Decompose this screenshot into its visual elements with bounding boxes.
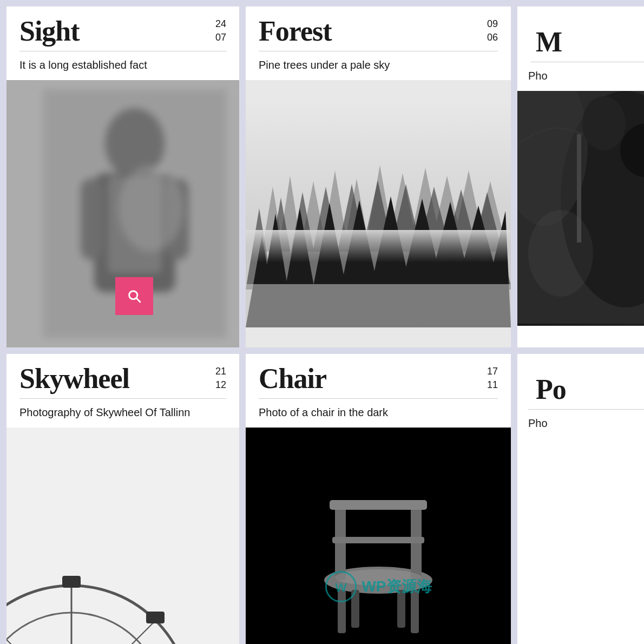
svg-point-48 bbox=[528, 210, 593, 297]
card-partial-top-header: M bbox=[517, 6, 644, 62]
card-partial-bottom-title: Po bbox=[530, 365, 566, 404]
card-partial-bottom-description: Pho bbox=[517, 417, 644, 438]
card-sight-title: Sight bbox=[19, 17, 80, 45]
card-sight-header: Sight 24 07 bbox=[6, 6, 239, 51]
search-button[interactable] bbox=[115, 277, 153, 315]
main-grid: Sight 24 07 It is a long established fac… bbox=[0, 0, 644, 644]
svg-rect-76 bbox=[330, 500, 427, 510]
chair-svg bbox=[246, 428, 511, 644]
svg-rect-49 bbox=[6, 456, 239, 629]
card-skywheel-divider bbox=[19, 398, 226, 399]
card-forest-header: Forest 09 06 bbox=[246, 6, 511, 51]
card-chair: Chair 17 11 Photo of a chair in the dark bbox=[246, 354, 511, 644]
card-chair-image: W WP资源海 bbox=[246, 428, 511, 644]
svg-point-82 bbox=[335, 569, 422, 586]
skywheel-svg bbox=[6, 428, 239, 644]
card-partial-bottom-header: Po bbox=[517, 354, 644, 409]
svg-rect-41 bbox=[246, 284, 511, 327]
card-partial-top-description: Pho bbox=[517, 70, 644, 91]
card-chair-description: Photo of a chair in the dark bbox=[246, 406, 511, 428]
forest-bg bbox=[246, 80, 511, 347]
svg-rect-78 bbox=[338, 590, 346, 633]
card-skywheel-description: Photography of Skywheel Of Tallinn bbox=[6, 406, 239, 428]
card-forest-title: Forest bbox=[259, 17, 332, 45]
card-forest-divider bbox=[259, 51, 498, 51]
forest-trees-svg bbox=[246, 80, 511, 347]
card-partial-bottom-divider bbox=[528, 409, 644, 410]
card-skywheel-title: Skywheel bbox=[19, 365, 129, 393]
card-chair-title: Chair bbox=[259, 365, 326, 393]
card-sight-divider bbox=[19, 51, 226, 51]
card-sight-date: 24 07 bbox=[215, 17, 226, 44]
svg-point-7 bbox=[129, 291, 137, 299]
card-forest-date: 09 06 bbox=[487, 17, 498, 44]
card-skywheel-header: Skywheel 21 12 bbox=[6, 354, 239, 398]
svg-point-47 bbox=[582, 96, 626, 150]
svg-rect-77 bbox=[332, 537, 424, 543]
card-chair-header: Chair 17 11 bbox=[246, 354, 511, 398]
card-partial-bottom-right: Po Pho bbox=[517, 354, 644, 644]
svg-rect-80 bbox=[351, 590, 359, 628]
svg-rect-68 bbox=[146, 612, 165, 623]
card-sight: Sight 24 07 It is a long established fac… bbox=[6, 6, 239, 347]
card-forest: Forest 09 06 Pine trees under a pale sky bbox=[246, 6, 511, 347]
svg-rect-42 bbox=[246, 230, 511, 262]
search-icon bbox=[127, 288, 142, 304]
svg-rect-79 bbox=[411, 590, 419, 633]
jacket-bg bbox=[517, 91, 644, 326]
card-skywheel: Skywheel 21 12 Photography of Skywheel O… bbox=[6, 354, 239, 644]
sight-person-bg bbox=[6, 80, 239, 347]
chair-bg: W WP资源海 bbox=[246, 428, 511, 644]
card-chair-date: 17 11 bbox=[487, 365, 498, 392]
card-forest-image bbox=[246, 80, 511, 347]
card-partial-top-right: M Pho bbox=[517, 6, 644, 347]
card-partial-top-title: M bbox=[530, 17, 562, 56]
card-sight-description: It is a long established fact bbox=[6, 59, 239, 80]
skywheel-bg bbox=[6, 428, 239, 644]
jacket-svg bbox=[517, 91, 644, 324]
card-skywheel-date: 21 12 bbox=[215, 365, 226, 392]
card-partial-top-divider bbox=[530, 62, 644, 62]
svg-line-8 bbox=[136, 298, 141, 303]
card-forest-description: Pine trees under a pale sky bbox=[246, 59, 511, 80]
card-chair-divider bbox=[259, 398, 498, 399]
card-skywheel-image bbox=[6, 428, 239, 644]
svg-rect-81 bbox=[397, 590, 405, 628]
card-sight-image bbox=[6, 80, 239, 347]
card-partial-top-image bbox=[517, 91, 644, 326]
svg-rect-62 bbox=[62, 576, 81, 588]
